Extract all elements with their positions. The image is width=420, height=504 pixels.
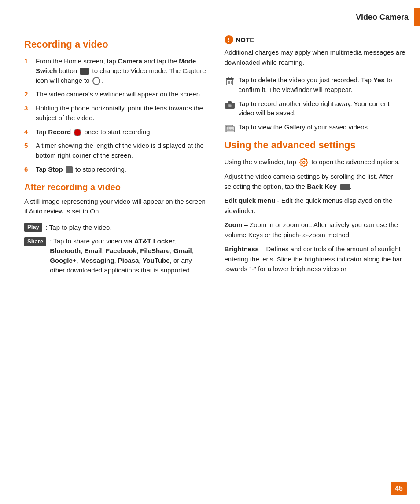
record-icon [74, 129, 81, 136]
after-recording-heading: After recording a video [24, 182, 207, 192]
stop-icon [66, 166, 73, 173]
mode-switch-icon [80, 68, 89, 75]
step-4-text: Tap Record once to start recording. [36, 127, 207, 137]
step-3-text: Holding the phone horizontally, point th… [36, 103, 207, 123]
recording-steps: 1 From the Home screen, tap Camera and t… [24, 56, 207, 174]
step-3: 3 Holding the phone horizontally, point … [24, 103, 207, 123]
play-text: : Tap to play the video. [46, 223, 112, 232]
svg-point-9 [228, 104, 231, 107]
page-header: Video Camera [0, 0, 420, 31]
advanced-para1: Using the viewfinder, tap to open the ad… [225, 157, 407, 167]
svg-point-13 [228, 127, 229, 129]
trash-icon-container [225, 76, 235, 86]
note-label: NOTE [236, 36, 254, 44]
zoom-para: Zoom – Zoom in or zoom out. Alternativel… [225, 220, 407, 240]
edit-quick-menu-para: Edit quick menu - Edit the quick menus d… [225, 196, 407, 216]
icon-items-list: Tap to delete the video you just recorde… [225, 75, 407, 133]
gallery-icon [225, 124, 235, 132]
after-items-list: Play : Tap to play the video. Share : Ta… [24, 223, 207, 275]
page-number: 45 [391, 482, 407, 495]
gallery-icon-container [225, 123, 235, 133]
camera-icon-container [225, 99, 235, 110]
share-text: : Tap to share your video via AT&T Locke… [50, 236, 206, 275]
main-content: Recording a video 1 From the Home screen… [0, 31, 420, 294]
step-2: 2 The video camera's viewfinder will app… [24, 89, 207, 99]
share-badge: Share [24, 237, 46, 246]
gallery-text: Tap to view the Gallery of your saved vi… [239, 122, 370, 132]
advanced-para2: Adjust the video camera settings by scro… [225, 172, 407, 191]
orange-accent-bar [414, 8, 420, 26]
brightness-para: Brightness – Defines and controls of the… [225, 244, 407, 274]
svg-rect-2 [228, 77, 231, 79]
step-num-6: 6 [24, 165, 34, 174]
play-badge: Play [24, 223, 42, 232]
delete-item: Tap to delete the video you just recorde… [225, 75, 407, 95]
step-1-text: From the Home screen, tap Camera and tap… [36, 56, 207, 85]
camera-icon [225, 100, 235, 109]
note-title: ! NOTE [225, 35, 407, 44]
left-column: Recording a video 1 From the Home screen… [24, 35, 207, 281]
page-title: Video Camera [356, 13, 409, 22]
note-icon: ! [225, 35, 233, 44]
svg-point-14 [303, 162, 305, 164]
step-num-2: 2 [24, 89, 34, 99]
capture-icon [92, 77, 100, 85]
zoom-label: Zoom [225, 221, 243, 228]
recording-heading: Recording a video [24, 39, 207, 50]
step-4: 4 Tap Record once to start recording. [24, 127, 207, 137]
step-6: 6 Tap Stop to stop recording. [24, 165, 207, 174]
right-column: ! NOTE Additional charges may apply when… [225, 35, 407, 281]
svg-rect-12 [226, 126, 234, 132]
svg-rect-7 [228, 101, 232, 103]
step-2-text: The video camera's viewfinder will appea… [36, 89, 207, 99]
trash-icon [225, 76, 235, 86]
back-key-icon [340, 184, 350, 190]
step-num-4: 4 [24, 127, 34, 137]
delete-text: Tap to delete the video you just recorde… [239, 75, 407, 95]
brightness-label: Brightness [225, 245, 259, 253]
step-num-5: 5 [24, 141, 34, 151]
camera-record-text: Tap to record another video right away. … [239, 99, 407, 118]
note-box: ! NOTE Additional charges may apply when… [225, 35, 407, 67]
share-item: Share : Tap to share your video via AT&T… [24, 236, 207, 275]
step-5-text: A timer showing the length of the video … [36, 141, 207, 160]
after-intro-text: A still image representing your video wi… [24, 197, 207, 217]
step-6-text: Tap Stop to stop recording. [36, 165, 207, 174]
gallery-item: Tap to view the Gallery of your saved vi… [225, 122, 407, 133]
zoom-text: – Zoom in or zoom out. Alternatively you… [225, 221, 398, 239]
gear-icon [299, 158, 309, 167]
step-num-3: 3 [24, 103, 34, 113]
edit-quick-menu-label: Edit quick menu [225, 197, 276, 204]
camera-item: Tap to record another video right away. … [225, 99, 407, 118]
note-text: Additional charges may apply when multim… [225, 48, 407, 67]
play-item: Play : Tap to play the video. [24, 223, 207, 232]
step-5: 5 A timer showing the length of the vide… [24, 141, 207, 160]
step-num-1: 1 [24, 56, 34, 66]
step-1: 1 From the Home screen, tap Camera and t… [24, 56, 207, 85]
advanced-heading: Using the advanced settings [225, 140, 407, 151]
